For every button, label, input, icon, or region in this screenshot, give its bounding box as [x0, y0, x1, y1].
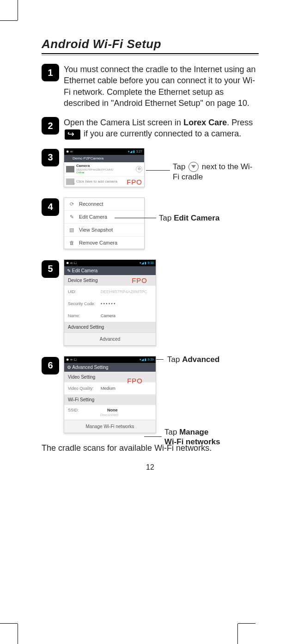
- status-bar: ⏺ ∞ ⬚ ▾◢ ▮ 9:38: [64, 260, 156, 266]
- step-5: 5 ⏺ ∞ ⬚ ▾◢ ▮ 9:38 ✎ Edit Camera Device S…: [42, 259, 259, 346]
- advanced-button[interactable]: Advanced: [64, 332, 156, 345]
- section-wifi-setting: Wi-Fi Setting: [64, 394, 156, 405]
- step-1-text: You must connect the cradle to the Inter…: [64, 64, 259, 109]
- callout-tap-gear: Tap next to the Wi-Fi cradle: [173, 162, 256, 182]
- step-2: 2 Open the Camera List screen in Lorex C…: [42, 117, 259, 140]
- camera-uid: DEEH9S7RP4AZ8MTPCMMJ: [76, 168, 134, 172]
- screenshot-edit-camera: ⏺ ∞ ⬚ ▾◢ ▮ 9:38 ✎ Edit Camera Device Set…: [64, 259, 156, 346]
- ssid-field[interactable]: SSID:None Disconnect: [64, 405, 156, 420]
- screen-title: ✎ Edit Camera: [64, 266, 156, 275]
- dropdown-circle-icon: [188, 162, 199, 172]
- name-field[interactable]: Name:Camera: [64, 310, 156, 322]
- step-3: 3 ⏺ ∞ ▾◢ ▮ 3:27 🎥 Demo P2PCamera Camera …: [42, 148, 259, 187]
- trash-icon: 🗑: [68, 240, 75, 245]
- back-icon: [65, 129, 80, 140]
- fpo-label: FPO: [127, 178, 142, 186]
- callout-edit-camera: Tap Edit Camera: [159, 213, 219, 223]
- menu-edit-camera[interactable]: ✎Edit Camera: [64, 210, 144, 223]
- fpo-label: FPO: [127, 377, 143, 385]
- uid-field: UID:DEEH9S7RP4AZ8MTPC: [64, 286, 156, 298]
- status-bar: ⏺ ∞ ▾◢ ▮ 3:27: [64, 148, 144, 155]
- step-2-text: Open the Camera List screen in Lorex Car…: [64, 117, 259, 140]
- step-number-6: 6: [42, 357, 59, 374]
- gear-icon[interactable]: ⚙: [136, 166, 142, 172]
- camera-row[interactable]: Camera DEEH9S7RP4AZ8MTPCMMJ Online ⚙: [64, 162, 144, 176]
- status-left: ⏺ ∞: [66, 150, 73, 153]
- step-number-4: 4: [42, 198, 59, 216]
- fpo-label: FPO: [132, 276, 147, 284]
- page-title: Android Wi-Fi Setup: [42, 37, 259, 54]
- step-2-post: if you are currently connected to a came…: [81, 129, 241, 138]
- camera-name: Camera: [76, 164, 134, 168]
- callout-manage-wifi: Tap ManageWi-Fi networks: [164, 427, 243, 447]
- manage-wifi-button[interactable]: Manage Wi-Fi networks: [64, 420, 156, 433]
- step-2-pre: Open the Camera List screen in: [64, 118, 183, 127]
- step-number-1: 1: [42, 64, 59, 81]
- page-number: 12: [42, 463, 259, 472]
- status-bar: ⏺ ∞ ⬚ ▾◢ ▮ 9:39: [64, 356, 156, 363]
- step-number-3: 3: [42, 149, 59, 166]
- add-camera-text: Click here to add camera: [76, 179, 117, 184]
- step-number-2: 2: [42, 117, 59, 135]
- screenshot-advanced-setting: ⏺ ∞ ⬚ ▾◢ ▮ 9:39 ⚙ Advanced Setting Video…: [64, 356, 156, 433]
- add-camera-icon: +: [66, 178, 74, 185]
- step-6: 6 ⏺ ∞ ⬚ ▾◢ ▮ 9:39 ⚙ Advanced Setting Vid…: [42, 356, 259, 433]
- screenshot-context-menu: ⟳Reconnect ✎Edit Camera ▧View Snapshot 🗑…: [64, 197, 145, 249]
- leader-line: [144, 436, 162, 437]
- status-time: ▾◢ ▮ 3:27: [128, 150, 142, 153]
- app-header: 🎥 Demo P2PCamera: [64, 155, 144, 162]
- step-4: 4 ⟳Reconnect ✎Edit Camera ▧View Snapshot…: [42, 197, 259, 249]
- step-2-mid: . Press: [227, 118, 253, 127]
- menu-remove-camera[interactable]: 🗑Remove Camera: [64, 236, 144, 249]
- ssid-sublabel: Disconnect: [100, 413, 119, 417]
- edit-icon: ✎: [68, 214, 75, 220]
- camera-status: Online: [76, 171, 134, 174]
- step-number-5: 5: [42, 260, 59, 278]
- reconnect-icon: ⟳: [68, 201, 75, 207]
- screen-title: ⚙ Advanced Setting: [64, 363, 156, 372]
- step-1: 1 You must connect the cradle to the Int…: [42, 64, 259, 109]
- title-underline: [42, 55, 259, 55]
- camera-thumbnail: [66, 166, 74, 172]
- step-2-bold: Lorex Care: [183, 118, 227, 127]
- snapshot-icon: ▧: [68, 227, 75, 233]
- section-advanced-setting: Advanced Setting: [64, 322, 156, 332]
- security-code-field[interactable]: Security Code:• • • • • •: [64, 298, 156, 310]
- screenshot-camera-list: ⏺ ∞ ▾◢ ▮ 3:27 🎥 Demo P2PCamera Camera DE…: [64, 148, 145, 187]
- leader-line: [146, 170, 170, 171]
- menu-reconnect[interactable]: ⟳Reconnect: [64, 198, 144, 210]
- leader-line: [115, 218, 156, 218]
- menu-view-snapshot[interactable]: ▧View Snapshot: [64, 223, 144, 236]
